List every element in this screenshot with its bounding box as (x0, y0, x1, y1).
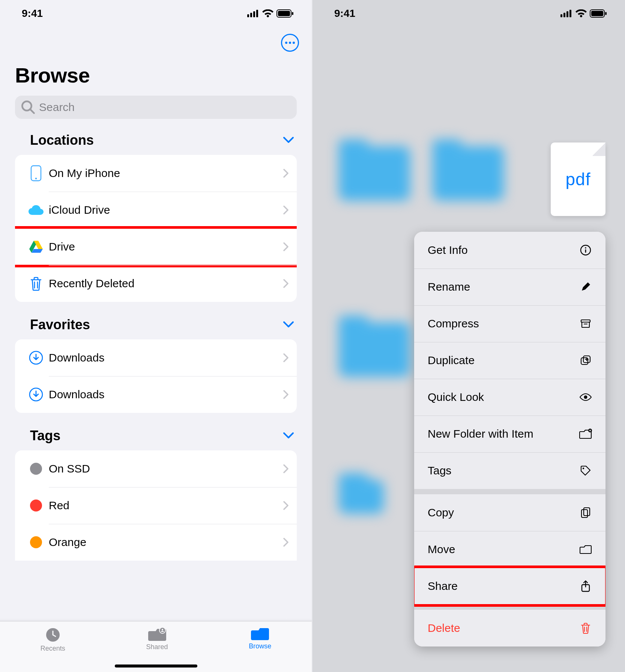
svg-rect-21 (591, 11, 603, 16)
menu-rename[interactable]: Rename (414, 268, 605, 305)
tab-recents[interactable]: Recents (41, 627, 65, 652)
list-item-label: On My iPhone (49, 167, 283, 180)
search-input[interactable]: Search (15, 96, 297, 119)
menu-get-info[interactable]: Get Info (414, 232, 605, 268)
menu-item-label: Quick Look (428, 391, 484, 404)
google-drive-icon (23, 240, 49, 254)
svg-rect-3 (256, 10, 258, 17)
svg-rect-22 (605, 12, 607, 15)
list-item-label: iCloud Drive (49, 204, 283, 216)
list-item-label: On SSD (49, 462, 283, 475)
eye-icon (579, 393, 592, 401)
menu-item-label: Rename (428, 280, 470, 293)
status-icons (560, 9, 607, 18)
svg-point-33 (583, 468, 584, 469)
chevron-down-icon (283, 432, 294, 439)
tab-shared[interactable]: Shared (146, 627, 168, 651)
menu-quick-look[interactable]: Quick Look (414, 379, 605, 416)
section-header-favorites[interactable]: Favorites (0, 317, 312, 339)
menu-duplicate[interactable]: Duplicate (414, 342, 605, 379)
tags-list: On SSD Red Orange (15, 450, 297, 561)
menu-tags[interactable]: Tags (414, 452, 605, 489)
chevron-right-icon (283, 538, 288, 547)
menu-item-label: Copy (428, 506, 454, 519)
battery-icon (590, 9, 607, 18)
iphone-icon (23, 165, 49, 182)
location-recently-deleted[interactable]: Recently Deleted (15, 265, 297, 302)
list-item-label: Orange (49, 536, 283, 549)
chevron-right-icon (283, 353, 288, 362)
status-bar: 9:41 (312, 0, 625, 27)
location-google-drive[interactable]: Drive (15, 228, 297, 265)
download-icon (23, 387, 49, 402)
tag-orange[interactable]: Orange (15, 524, 297, 561)
share-icon (579, 580, 592, 592)
clock-icon (45, 627, 61, 643)
wifi-icon (575, 9, 587, 18)
menu-copy[interactable]: Copy (414, 494, 605, 531)
menu-compress[interactable]: Compress (414, 305, 605, 342)
chevron-right-icon (283, 390, 288, 399)
menu-item-label: Compress (428, 317, 479, 330)
phone-browse-screen: 9:41 Browse Search Locations On My iPhon… (0, 0, 312, 672)
status-time: 9:41 (22, 8, 43, 20)
trash-icon (23, 276, 49, 291)
chevron-right-icon (283, 242, 288, 251)
top-actions (0, 27, 312, 52)
tab-label: Shared (146, 643, 168, 651)
favorite-downloads-2[interactable]: Downloads (15, 376, 297, 413)
menu-share[interactable]: Share (414, 568, 605, 604)
svg-rect-18 (566, 11, 568, 17)
pencil-icon (579, 282, 592, 292)
section-header-locations[interactable]: Locations (0, 132, 312, 155)
status-time: 9:41 (334, 8, 355, 20)
location-icloud-drive[interactable]: iCloud Drive (15, 192, 297, 228)
tab-bar: Recents Shared Browse (0, 621, 312, 672)
svg-rect-2 (253, 11, 255, 17)
menu-move[interactable]: Move (414, 531, 605, 568)
pdf-file-preview[interactable]: pdf (551, 142, 605, 216)
menu-delete[interactable]: Delete (414, 610, 605, 646)
section-header-tags[interactable]: Tags (0, 428, 312, 450)
home-indicator[interactable] (115, 664, 197, 668)
context-menu: Get Info Rename Compress Duplicate Quick… (414, 232, 605, 646)
chevron-right-icon (283, 464, 288, 473)
status-icons (247, 9, 294, 18)
location-on-my-iphone[interactable]: On My iPhone (15, 155, 297, 192)
chevron-right-icon (283, 169, 288, 178)
chevron-right-icon (283, 206, 288, 214)
tag-onssd[interactable]: On SSD (15, 450, 297, 487)
svg-rect-16 (560, 14, 562, 17)
new-folder-icon (579, 429, 592, 439)
tab-browse[interactable]: Browse (249, 627, 271, 650)
folder-icon (251, 627, 269, 641)
svg-point-15 (161, 629, 163, 630)
tab-label: Browse (249, 642, 271, 650)
list-item-label: Downloads (49, 388, 283, 401)
svg-point-24 (585, 247, 586, 249)
more-options-button[interactable] (281, 34, 299, 52)
svg-rect-1 (250, 13, 252, 17)
svg-rect-0 (247, 14, 249, 17)
svg-rect-17 (563, 13, 565, 17)
trash-icon (579, 622, 592, 634)
tag-red[interactable]: Red (15, 487, 297, 524)
favorites-list: Downloads Downloads (15, 339, 297, 413)
download-icon (23, 351, 49, 365)
menu-item-label: Share (428, 580, 458, 592)
page-title: Browse (0, 52, 312, 96)
chevron-right-icon (283, 501, 288, 510)
menu-new-folder-with-item[interactable]: New Folder with Item (414, 416, 605, 452)
svg-point-10 (35, 178, 37, 179)
status-bar: 9:41 (0, 0, 312, 27)
menu-item-label: New Folder with Item (428, 428, 533, 440)
tag-color-icon (23, 536, 49, 548)
favorite-downloads-1[interactable]: Downloads (15, 339, 297, 376)
menu-item-label: Duplicate (428, 354, 475, 367)
battery-icon (276, 9, 294, 18)
chevron-down-icon (283, 321, 294, 328)
svg-rect-6 (292, 12, 293, 15)
svg-line-8 (30, 110, 34, 113)
menu-separator (414, 489, 605, 494)
svg-rect-35 (584, 508, 590, 516)
